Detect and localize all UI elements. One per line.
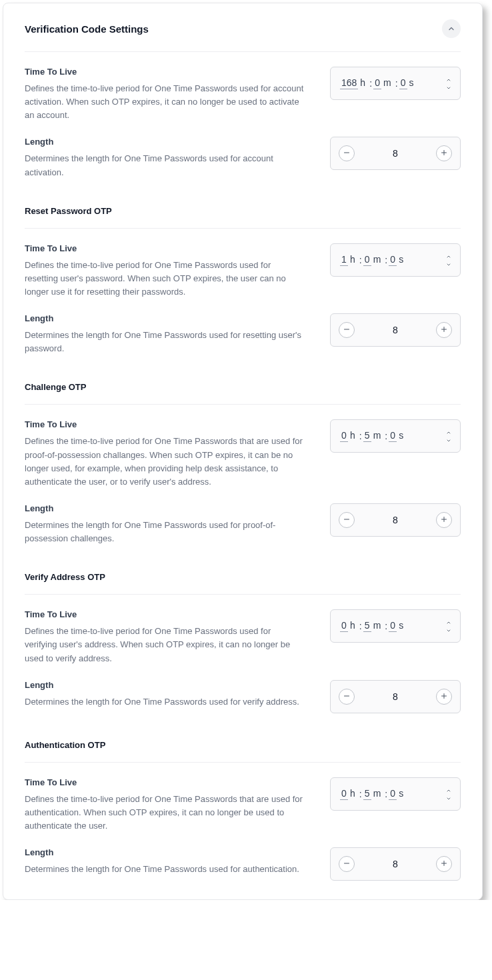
activation-length-decrement-button[interactable]	[339, 145, 355, 161]
challenge-length-description: Determines the length for One Time Passw…	[25, 519, 305, 545]
auth-ttl-label: Time To Live	[25, 777, 311, 787]
reset-length-label: Length	[25, 313, 311, 323]
auth-ttl-decrement-button[interactable]	[444, 795, 453, 801]
auth-ttl-row: Time To Live Defines the time-to-live pe…	[25, 777, 461, 833]
reset-ttl-row: Time To Live Defines the time-to-live pe…	[25, 243, 461, 299]
activation-ttl-input[interactable]: 168h : 0m : 0s	[330, 67, 461, 100]
section-title-auth: Authentication OTP	[25, 740, 461, 763]
auth-ttl-hours-value: 0	[340, 788, 348, 800]
reset-ttl-label: Time To Live	[25, 243, 311, 253]
verify-ttl-hours-value: 0	[340, 620, 348, 632]
minus-icon	[343, 858, 351, 870]
activation-length-label: Length	[25, 137, 311, 147]
verify-ttl-minutes-value: 5	[363, 620, 371, 632]
activation-ttl-label: Time To Live	[25, 67, 311, 77]
challenge-ttl-seconds-value: 0	[389, 430, 397, 442]
challenge-length-label: Length	[25, 503, 311, 513]
minus-icon	[343, 324, 351, 336]
reset-ttl-minutes-value: 0	[363, 254, 371, 266]
card-header: Verification Code Settings	[25, 19, 461, 52]
activation-length-value: 8	[393, 148, 398, 159]
plus-icon	[440, 147, 448, 159]
challenge-length-decrement-button[interactable]	[339, 512, 355, 528]
reset-length-description: Determines the length for One Time Passw…	[25, 329, 305, 355]
reset-ttl-description: Defines the time-to-live period for One …	[25, 259, 305, 299]
verify-length-increment-button[interactable]	[436, 689, 452, 705]
minutes-unit-label: m	[373, 620, 381, 631]
verify-length-description: Determines the length for One Time Passw…	[25, 695, 305, 709]
chevron-down-icon	[445, 625, 452, 635]
plus-icon	[440, 514, 448, 526]
activation-ttl-hours-value: 168	[340, 77, 358, 89]
activation-ttl-row: Time To Live Defines the time-to-live pe…	[25, 67, 461, 122]
auth-ttl-input[interactable]: 0h : 5m : 0s	[330, 777, 461, 811]
seconds-unit-label: s	[399, 788, 403, 799]
challenge-ttl-row: Time To Live Defines the time-to-live pe…	[25, 419, 461, 489]
challenge-ttl-minutes-value: 5	[363, 430, 371, 442]
auth-length-row: Length Determines the length for One Tim…	[25, 847, 461, 881]
hours-unit-label: h	[350, 430, 355, 441]
plus-icon	[440, 858, 448, 870]
seconds-unit-label: s	[409, 77, 414, 88]
auth-length-increment-button[interactable]	[436, 856, 452, 872]
reset-length-stepper: 8	[330, 313, 461, 347]
reset-ttl-input[interactable]: 1h : 0m : 0s	[330, 243, 461, 277]
collapse-button[interactable]	[442, 19, 461, 38]
activation-ttl-decrement-button[interactable]	[444, 84, 453, 91]
seconds-unit-label: s	[399, 430, 403, 441]
plus-icon	[440, 324, 448, 336]
auth-ttl-description: Defines the time-to-live period for One …	[25, 793, 305, 833]
minutes-unit-label: m	[383, 77, 391, 88]
activation-ttl-seconds-value: 0	[399, 77, 407, 89]
verify-ttl-label: Time To Live	[25, 609, 311, 619]
reset-length-increment-button[interactable]	[436, 322, 452, 338]
hours-unit-label: h	[360, 77, 365, 88]
auth-ttl-minutes-value: 5	[363, 788, 371, 800]
seconds-unit-label: s	[399, 620, 403, 631]
challenge-length-row: Length Determines the length for One Tim…	[25, 503, 461, 545]
auth-length-label: Length	[25, 847, 311, 857]
card-title: Verification Code Settings	[25, 23, 149, 35]
activation-length-increment-button[interactable]	[436, 145, 452, 161]
verify-length-value: 8	[393, 691, 398, 702]
section-title-challenge: Challenge OTP	[25, 382, 461, 405]
challenge-ttl-hours-value: 0	[340, 430, 348, 442]
verify-ttl-input[interactable]: 0h : 5m : 0s	[330, 609, 461, 643]
reset-ttl-decrement-button[interactable]	[444, 261, 453, 267]
verify-ttl-seconds-value: 0	[389, 620, 397, 632]
chevron-down-icon	[445, 259, 452, 269]
chevron-up-icon	[447, 25, 455, 33]
hours-unit-label: h	[350, 788, 355, 799]
activation-ttl-description: Defines the time-to-live period for One …	[25, 82, 305, 122]
section-title-verify: Verify Address OTP	[25, 572, 461, 595]
minus-icon	[343, 147, 351, 159]
auth-length-value: 8	[393, 859, 398, 869]
reset-length-decrement-button[interactable]	[339, 322, 355, 338]
reset-ttl-hours-value: 1	[340, 254, 348, 266]
auth-length-decrement-button[interactable]	[339, 856, 355, 872]
verify-ttl-decrement-button[interactable]	[444, 627, 453, 633]
challenge-ttl-decrement-button[interactable]	[444, 437, 453, 443]
minutes-unit-label: m	[373, 254, 381, 265]
verify-length-stepper: 8	[330, 680, 461, 713]
reset-length-value: 8	[393, 325, 398, 335]
challenge-length-increment-button[interactable]	[436, 512, 452, 528]
minutes-unit-label: m	[373, 788, 381, 799]
challenge-ttl-input[interactable]: 0h : 5m : 0s	[330, 419, 461, 453]
verify-length-row: Length Determines the length for One Tim…	[25, 680, 461, 713]
auth-length-description: Determines the length for One Time Passw…	[25, 863, 305, 876]
seconds-unit-label: s	[399, 254, 403, 265]
challenge-length-value: 8	[393, 515, 398, 525]
challenge-ttl-description: Defines the time-to-live period for One …	[25, 435, 305, 489]
verify-length-decrement-button[interactable]	[339, 689, 355, 705]
reset-ttl-seconds-value: 0	[389, 254, 397, 266]
auth-ttl-seconds-value: 0	[389, 788, 397, 800]
auth-length-stepper: 8	[330, 847, 461, 881]
minus-icon	[343, 691, 351, 703]
minutes-unit-label: m	[373, 430, 381, 441]
challenge-length-stepper: 8	[330, 503, 461, 537]
reset-length-row: Length Determines the length for One Tim…	[25, 313, 461, 355]
verify-ttl-row: Time To Live Defines the time-to-live pe…	[25, 609, 461, 665]
activation-length-stepper: 8	[330, 137, 461, 170]
hours-unit-label: h	[350, 620, 355, 631]
